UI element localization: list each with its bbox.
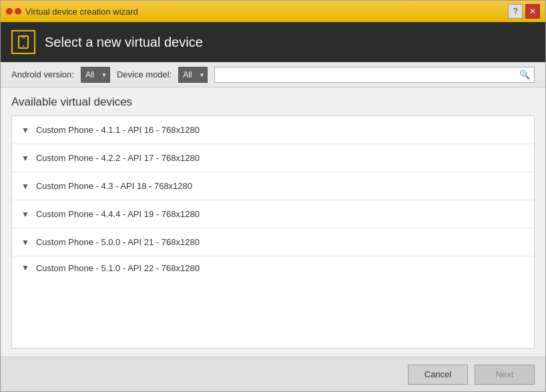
device-list[interactable]: ▼Custom Phone - 4.1.1 - API 16 - 768x128… xyxy=(12,116,534,348)
device-label: Custom Phone - 4.1.1 - API 16 - 768x1280 xyxy=(36,125,200,135)
svg-rect-1 xyxy=(21,37,25,38)
section-title: Available virtual devices xyxy=(11,95,535,109)
main-content: Available virtual devices ▼Custom Phone … xyxy=(1,87,545,357)
chevron-down-icon: ▼ xyxy=(21,210,29,219)
header-title: Select a new virtual device xyxy=(45,35,203,50)
chevron-down-icon: ▼ xyxy=(21,182,29,191)
help-button[interactable]: ? xyxy=(508,4,523,19)
android-version-select-wrapper: All xyxy=(81,67,110,83)
device-label: Custom Phone - 4.4.4 - API 19 - 768x1280 xyxy=(36,209,200,219)
search-box: 🔍 xyxy=(214,67,535,83)
header-bar: Select a new virtual device xyxy=(1,22,545,62)
chevron-down-icon: ▼ xyxy=(21,154,29,163)
toolbar: Android version: All Device model: All 🔍 xyxy=(1,62,545,87)
device-model-select-wrapper: All xyxy=(178,67,208,83)
chevron-down-icon: ▼ xyxy=(21,263,29,272)
list-item[interactable]: ▼Custom Phone - 4.2.2 - API 17 - 768x128… xyxy=(12,144,534,172)
search-input[interactable] xyxy=(219,70,519,79)
device-icon xyxy=(11,30,35,54)
logo-circle-2 xyxy=(15,8,21,15)
device-model-label: Device model: xyxy=(117,69,172,79)
title-bar: Virtual device creation wizard ? ✕ xyxy=(1,1,545,22)
chevron-down-icon: ▼ xyxy=(21,126,29,135)
device-model-select[interactable]: All xyxy=(178,67,208,83)
app-logo xyxy=(6,8,21,15)
device-label: Custom Phone - 4.2.2 - API 17 - 768x1280 xyxy=(36,153,200,163)
device-list-container: ▼Custom Phone - 4.1.1 - API 16 - 768x128… xyxy=(11,116,535,349)
android-version-select[interactable]: All xyxy=(81,67,110,83)
logo-circle-1 xyxy=(6,8,13,15)
window-title: Virtual device creation wizard xyxy=(25,7,138,17)
list-item[interactable]: ▼Custom Phone - 4.1.1 - API 16 - 768x128… xyxy=(12,116,534,144)
next-button[interactable]: Next xyxy=(475,365,535,385)
list-item-partial: ▼Custom Phone - 5.1.0 - API 22 - 768x128… xyxy=(12,256,534,274)
device-label: Custom Phone - 5.0.0 - API 21 - 768x1280 xyxy=(36,237,200,247)
cancel-button[interactable]: Cancel xyxy=(408,365,468,385)
wizard-window: Virtual device creation wizard ? ✕ Selec… xyxy=(0,0,546,392)
close-button[interactable]: ✕ xyxy=(525,4,540,19)
title-bar-left: Virtual device creation wizard xyxy=(6,7,138,17)
title-bar-controls: ? ✕ xyxy=(508,4,540,19)
chevron-down-icon: ▼ xyxy=(21,238,29,247)
list-item[interactable]: ▼Custom Phone - 5.0.0 - API 21 - 768x128… xyxy=(12,228,534,256)
search-icon[interactable]: 🔍 xyxy=(519,69,530,79)
android-version-label: Android version: xyxy=(11,69,74,79)
list-item[interactable]: ▼Custom Phone - 4.3 - API 18 - 768x1280 xyxy=(12,172,534,200)
device-label: Custom Phone - 4.3 - API 18 - 768x1280 xyxy=(36,181,192,191)
list-item[interactable]: ▼Custom Phone - 4.4.4 - API 19 - 768x128… xyxy=(12,200,534,228)
svg-point-2 xyxy=(23,45,24,47)
footer: Cancel Next xyxy=(1,357,545,391)
device-label-partial: Custom Phone - 5.1.0 - API 22 - 768x1280 xyxy=(36,263,200,273)
